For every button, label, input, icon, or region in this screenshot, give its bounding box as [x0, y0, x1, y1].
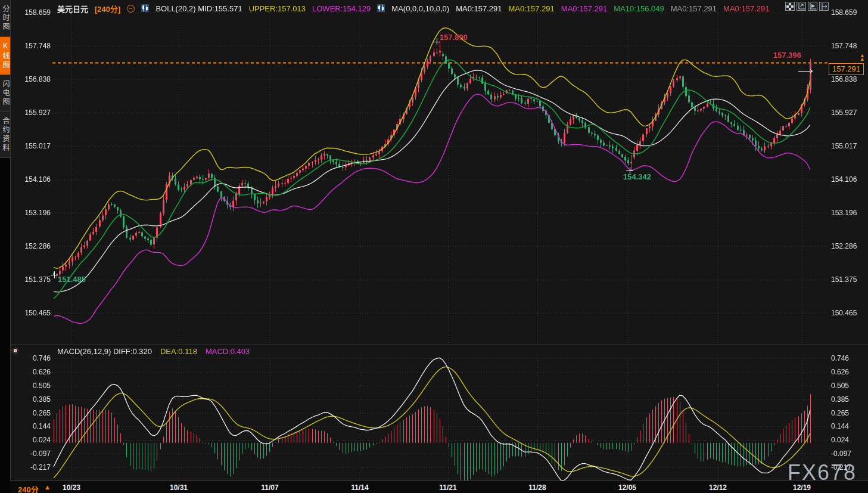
date-label: 10/23 [63, 483, 80, 492]
price-tick-right: 151.375 [831, 275, 857, 284]
price-tick-left: 155.927 [10, 108, 51, 117]
macd-params-label: MACD(26,12,9) DIFF:0.320 [57, 347, 152, 356]
price-tick-right: 152.286 [831, 242, 857, 250]
legend-item: LOWER:154.129 [312, 4, 371, 13]
annotation-session-high: 157.396 [773, 51, 801, 60]
pan-right-icon[interactable] [819, 2, 829, 11]
legend-item: MA10:156.049 [614, 4, 664, 13]
macd-tick-right: 0.626 [831, 368, 849, 376]
legend-item: MA0:157.291 [723, 4, 769, 13]
legend-item: MA0:157.291 [671, 4, 717, 13]
time-axis-bar: 240分 ▲ 10/2310/3111/0711/1411/2111/2812/… [0, 480, 868, 493]
macd-tick-left: 0.385 [10, 395, 51, 404]
sidebar-tab-闪电图[interactable]: 闪电图 [0, 75, 10, 112]
price-tick-left: 155.017 [10, 142, 51, 150]
price-tick-left: 153.196 [10, 209, 51, 217]
layout-grid-icon[interactable] [785, 2, 795, 11]
macd-header: MACD(26,12,9) DIFF:0.320 DEA:0.118 MACD:… [57, 347, 250, 356]
date-label: 11/07 [261, 483, 278, 492]
indicator-settings-icon[interactable] [11, 346, 19, 357]
macd-tick-left: 0.144 [10, 422, 51, 430]
axis-scale-icon[interactable] [797, 2, 806, 11]
macd-value-label: MACD:0.403 [206, 347, 250, 356]
macd-tick-right: 0.505 [831, 382, 849, 390]
period-tag: [240分] [95, 3, 120, 14]
date-label: 10/31 [170, 483, 188, 492]
macd-tick-right: 0.144 [831, 422, 849, 430]
legend-item: MA0:157.291 [561, 4, 607, 13]
price-up-arrows-icon: ▲▲ [860, 54, 865, 61]
legend-item: MA(0,0,0,10,0,0) [391, 4, 449, 13]
indicator-header: 美元日元 [240分] − BOLL(20,2) MID:155.571UPPE… [57, 3, 769, 14]
legend-item: UPPER:157.013 [249, 4, 306, 13]
price-tick-right: 153.196 [831, 209, 857, 217]
legend-item: MA0:157.291 [508, 4, 554, 13]
legend-item: BOLL(20,2) MID:155.571 [155, 4, 242, 13]
annotation-period-high: 157.890 [440, 33, 468, 42]
price-tick-left: 157.748 [10, 42, 51, 50]
price-tick-right: 158.659 [831, 8, 857, 17]
macd-tick-left: -0.097 [10, 449, 51, 458]
date-label: 11/28 [528, 483, 546, 492]
price-tick-left: 156.838 [10, 75, 51, 83]
price-chart-canvas[interactable] [0, 0, 868, 493]
chart-toolbar [785, 2, 829, 11]
date-label: 11/14 [351, 483, 368, 492]
date-label: 12/05 [618, 483, 636, 492]
macd-dea-label: DEA:0.118 [160, 347, 197, 356]
indicator-chart-icon[interactable] [141, 4, 149, 14]
price-tick-left: 154.106 [10, 175, 51, 184]
date-label: 12/19 [793, 483, 811, 492]
date-label: 12/12 [709, 483, 727, 492]
indicator-chart-icon[interactable] [377, 4, 385, 14]
macd-tick-left: 0.626 [10, 368, 51, 376]
price-tick-right: 155.927 [831, 108, 857, 117]
price-tick-right: 155.017 [831, 142, 857, 150]
price-tick-left: 152.286 [10, 242, 51, 250]
macd-tick-right: 0.265 [831, 409, 849, 417]
price-tick-right: 156.838 [831, 75, 857, 83]
sidebar-tab-K线图[interactable]: K线图 [0, 37, 10, 75]
macd-tick-right: 0.746 [831, 354, 849, 362]
price-tick-right: 154.106 [831, 175, 857, 184]
chart-app: 分时图K线图闪电图合约资料 美元日元 [240分] − BOLL(20,2) M… [0, 0, 868, 493]
annotation-start-low: 151.485 [58, 275, 86, 284]
macd-tick-right: -0.097 [831, 449, 851, 458]
price-tick-left: 150.465 [10, 309, 51, 317]
axis-play-icon[interactable] [808, 2, 817, 11]
date-label: 11/21 [439, 483, 456, 492]
macd-tick-left: 0.505 [10, 382, 51, 390]
sidebar: 分时图K线图闪电图合约资料 [0, 0, 10, 493]
macd-tick-left: 0.265 [10, 409, 51, 417]
macd-tick-left: -0.217 [10, 463, 51, 472]
macd-tick-right: -0.217 [831, 463, 851, 472]
macd-tick-right: 0.385 [831, 395, 849, 404]
annotation-swing-low: 154.342 [623, 172, 651, 181]
sidebar-tab-分时图[interactable]: 分时图 [0, 0, 10, 37]
price-tick-right: 157.748 [831, 42, 857, 50]
macd-tick-left: 0.024 [10, 436, 51, 444]
sidebar-tab-合约资料[interactable]: 合约资料 [0, 112, 10, 158]
legend-item: MA0:157.291 [456, 4, 502, 13]
period-label: 240分 [18, 483, 39, 493]
price-tick-left: 151.375 [10, 275, 51, 284]
collapse-indicator-icon[interactable]: − [127, 5, 135, 13]
indicator-legend: BOLL(20,2) MID:155.571UPPER:157.013LOWER… [141, 4, 769, 14]
price-tick-right: 150.465 [831, 309, 857, 317]
period-up-arrow-icon: ▲ [44, 483, 51, 491]
macd-tick-right: 0.024 [831, 436, 849, 444]
price-tick-left: 158.659 [10, 8, 51, 17]
symbol-title: 美元日元 [57, 3, 88, 14]
current-price-tag: 157.291 [829, 63, 864, 75]
